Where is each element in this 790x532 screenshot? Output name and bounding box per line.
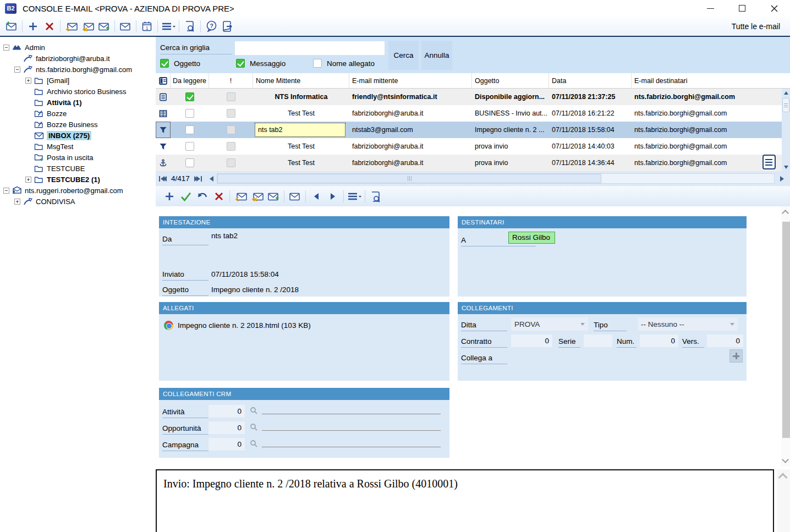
sidebar-item-gmail-folder[interactable]: [Gmail]	[0, 75, 156, 86]
horizontal-scroll-thumb[interactable]	[217, 174, 601, 183]
sidebar-item-aruba-account[interactable]: fabrizioborghi@aruba.it	[0, 53, 156, 64]
preview-button[interactable]	[182, 18, 198, 34]
sidebar-item-attivita[interactable]: Attività (1)	[0, 97, 156, 108]
detail-scrollbar[interactable]	[781, 206, 790, 467]
filter-oggetto[interactable]: Oggetto	[160, 59, 200, 68]
sidebar-item-ruggeri-account[interactable]: nts.ruggeri.roberto@gmail.com	[0, 185, 156, 196]
collapse-up-icon[interactable]	[778, 473, 788, 482]
horizontal-scrollbar[interactable]	[217, 173, 775, 184]
grid-vertical-scrollbar[interactable]	[782, 89, 790, 171]
field-chooser-icon[interactable]	[762, 155, 776, 169]
column-header-email-mittente[interactable]: E-mail mittente	[349, 73, 472, 88]
read-checkbox[interactable]	[185, 92, 194, 101]
message-scroll-strip[interactable]	[777, 469, 790, 532]
column-header-oggetto[interactable]: Oggetto	[472, 73, 549, 88]
exit-button[interactable]	[220, 18, 236, 34]
filter-nome-allegato[interactable]: Nome allegato	[313, 59, 375, 68]
scroll-up-icon[interactable]	[782, 210, 789, 217]
column-header-nome-mittente[interactable]: Nome Mittente	[253, 73, 349, 88]
checkbox-checked-icon[interactable]	[236, 59, 245, 68]
email-row-selected[interactable]: nts tab2 ntstab3@gmail.com Impegno clien…	[156, 122, 790, 138]
recipient-chip[interactable]: Rossi Gilbo	[508, 232, 555, 244]
close-button[interactable]	[758, 0, 790, 17]
email-row[interactable]: Test Test fabrizioborghi@aruba.it BUSINE…	[156, 105, 790, 122]
search-lookup-icon[interactable]	[250, 423, 258, 431]
checkbox-unchecked-icon[interactable]	[313, 59, 322, 68]
scroll-up-arrow[interactable]	[782, 89, 789, 97]
read-checkbox[interactable]	[185, 125, 194, 134]
priority-checkbox[interactable]	[227, 109, 235, 118]
send-mail-button[interactable]	[117, 18, 134, 34]
campagna-desc-field[interactable]	[262, 434, 441, 447]
scroll-left-button[interactable]	[206, 173, 216, 184]
detail-reply-all-button[interactable]	[249, 189, 265, 205]
detail-forward-button[interactable]	[265, 189, 282, 205]
scroll-down-icon[interactable]	[782, 456, 789, 463]
sidebar-item-condivisa[interactable]: CONDIVISA	[0, 196, 156, 207]
previous-button[interactable]	[308, 189, 325, 205]
search-lookup-icon[interactable]	[250, 440, 258, 448]
detail-delete-button[interactable]	[211, 189, 227, 205]
collapse-icon[interactable]	[3, 45, 9, 51]
maximize-button[interactable]	[726, 0, 758, 17]
detail-reply-button[interactable]	[232, 189, 249, 205]
scroll-down-arrow[interactable]	[782, 163, 789, 171]
priority-checkbox[interactable]	[227, 125, 235, 134]
row-selector-header[interactable]	[156, 73, 171, 88]
opportunita-field[interactable]: 0	[209, 421, 245, 434]
forward-button[interactable]	[96, 18, 112, 34]
priority-checkbox[interactable]	[227, 92, 235, 101]
sidebar-item-archivio[interactable]: Archivio storico Business	[0, 86, 156, 97]
priority-checkbox[interactable]	[227, 158, 235, 167]
sidebar-item-inbox[interactable]: INBOX (275)	[0, 130, 156, 141]
last-record-button[interactable]	[193, 173, 203, 184]
detail-menu-button[interactable]	[346, 189, 363, 205]
read-checkbox[interactable]	[185, 142, 194, 151]
sidebar-item-admin[interactable]: Admin	[0, 42, 156, 53]
reply-button[interactable]	[63, 18, 79, 34]
attachment-item[interactable]: Impegno cliente n. 2 2018.html (103 KB)	[164, 321, 311, 330]
minimize-button[interactable]	[694, 0, 726, 17]
detail-scroll-thumb[interactable]	[782, 222, 790, 438]
new-button[interactable]	[25, 18, 41, 34]
scroll-thumb[interactable]	[782, 98, 789, 112]
ditta-select[interactable]: PROVA	[511, 317, 588, 331]
sidebar-item-msgtest[interactable]: MsgTest	[0, 141, 156, 152]
expand-icon[interactable]	[14, 199, 20, 205]
first-record-button[interactable]	[158, 173, 168, 184]
vers-field[interactable]: 0	[707, 334, 743, 347]
email-row[interactable]: Test Test fabrizioborghi@aruba.it prova …	[156, 155, 790, 171]
sidebar-item-bozze[interactable]: Bozze	[0, 108, 156, 119]
cancel-button[interactable]: Annulla	[421, 41, 452, 70]
detail-preview-button[interactable]	[367, 189, 384, 205]
column-header-da-leggere[interactable]: Da leggere	[171, 73, 209, 88]
next-button[interactable]	[325, 189, 341, 205]
email-row[interactable]: Test Test fabrizioborghi@aruba.it prova …	[156, 138, 790, 155]
opportunita-desc-field[interactable]	[262, 418, 441, 431]
read-checkbox[interactable]	[185, 109, 194, 118]
collapse-icon[interactable]	[14, 67, 20, 73]
read-checkbox[interactable]	[185, 158, 194, 167]
search-input[interactable]	[235, 41, 385, 55]
filter-messaggio[interactable]: Messaggio	[236, 59, 286, 68]
column-header-email-destinatari[interactable]: E-mail destinatari	[632, 73, 790, 88]
delete-button[interactable]	[41, 18, 58, 34]
all-email-label[interactable]: Tutte le e-mail	[732, 22, 780, 31]
sidebar-item-gmail-account[interactable]: nts.fabrizio.borghi@gmail.com	[0, 64, 156, 75]
reply-all-button[interactable]	[79, 18, 96, 34]
help-button[interactable]: ?	[203, 18, 220, 34]
email-row[interactable]: NTS Informatica friendly@ntsinformatica.…	[156, 89, 790, 105]
expand-icon[interactable]	[25, 177, 31, 183]
attivita-field[interactable]: 0	[209, 405, 245, 418]
collapse-icon[interactable]	[3, 188, 9, 194]
sidebar-item-testcube[interactable]: TESTCUBE	[0, 163, 156, 174]
expand-icon[interactable]	[25, 78, 31, 84]
contratto-field[interactable]: 0	[511, 334, 552, 347]
tipo-select[interactable]: -- Nessuno --	[638, 317, 738, 331]
editing-cell[interactable]: nts tab2	[255, 123, 345, 137]
undo-button[interactable]	[194, 189, 211, 205]
serie-field[interactable]	[584, 334, 612, 347]
sidebar-item-testcube2[interactable]: TESTCUBE2 (1)	[0, 174, 156, 185]
detail-send-button[interactable]	[287, 189, 303, 205]
scroll-right-button[interactable]	[777, 173, 787, 184]
